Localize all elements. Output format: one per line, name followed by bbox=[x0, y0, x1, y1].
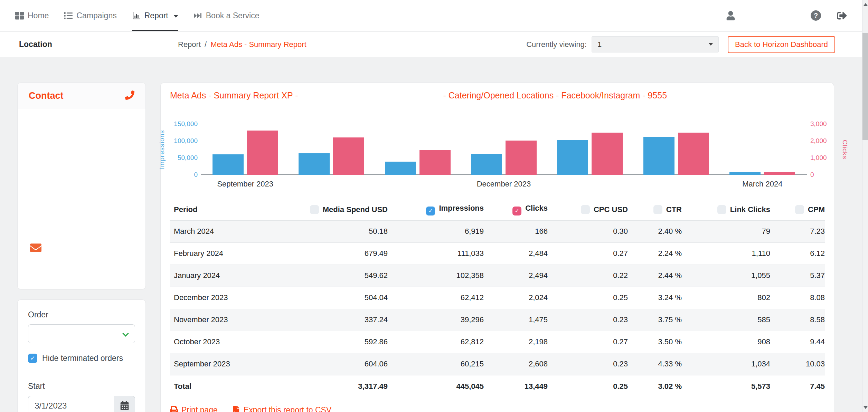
period-cell: January 2024 bbox=[170, 265, 308, 287]
value-cell: 50.18 bbox=[308, 220, 388, 242]
bar-impressions-november-2023[interactable] bbox=[385, 162, 416, 175]
column-toggle-checkbox-impressions[interactable] bbox=[426, 207, 435, 215]
period-cell: February 2024 bbox=[170, 242, 308, 265]
bar-clicks-january-2024[interactable] bbox=[592, 133, 623, 175]
bar-clicks-november-2023[interactable] bbox=[419, 150, 451, 175]
table-row: February 2024679.49111,0332,4840.272.24 … bbox=[170, 242, 825, 265]
column-label: Period bbox=[174, 205, 197, 214]
column-toggle-checkbox-link-clicks[interactable] bbox=[717, 205, 726, 214]
help-icon[interactable] bbox=[811, 10, 821, 21]
currently-viewing-select[interactable]: 1 bbox=[592, 36, 719, 52]
breadcrumb-parent[interactable]: Report bbox=[178, 40, 201, 49]
column-toggle-checkbox-clicks[interactable] bbox=[512, 207, 521, 215]
phone-icon[interactable] bbox=[125, 90, 134, 101]
value-cell: 10.03 bbox=[770, 353, 825, 375]
table-header-row: PeriodMedia Spend USDImpressionsClicksCP… bbox=[170, 199, 825, 220]
x-axis-line bbox=[201, 174, 807, 175]
navbar-actions bbox=[726, 0, 847, 31]
nav-item-report[interactable]: Report bbox=[132, 0, 178, 31]
value-cell: 3.24 % bbox=[628, 287, 682, 309]
section-title: Location bbox=[19, 40, 52, 49]
bar-impressions-february-2024[interactable] bbox=[643, 137, 674, 175]
envelope-icon[interactable] bbox=[30, 242, 41, 255]
value-cell: 2,024 bbox=[484, 287, 548, 309]
value-cell: 908 bbox=[682, 331, 770, 353]
value-cell: 9.44 bbox=[770, 331, 825, 353]
bar-impressions-october-2023[interactable] bbox=[299, 153, 330, 175]
period-cell: Total bbox=[170, 375, 308, 398]
value-cell: 5,573 bbox=[682, 375, 770, 398]
bar-impressions-january-2024[interactable] bbox=[557, 140, 588, 175]
period-cell: December 2023 bbox=[170, 287, 308, 309]
column-header-cpm: CPM bbox=[770, 199, 825, 220]
value-cell: 585 bbox=[682, 309, 770, 331]
currently-viewing-label: Currently viewing: bbox=[526, 40, 587, 49]
period-cell: November 2023 bbox=[170, 309, 308, 331]
value-cell: 0.27 bbox=[548, 242, 628, 265]
scroll-down-arrow-icon[interactable] bbox=[864, 406, 868, 409]
value-cell: 0.23 bbox=[548, 353, 628, 375]
hide-terminated-label: Hide terminated orders bbox=[42, 354, 123, 363]
scrollbar[interactable] bbox=[862, 0, 868, 412]
bar-clicks-march-2024[interactable] bbox=[764, 172, 795, 175]
export-csv-link[interactable]: Export this report to CSV bbox=[232, 405, 331, 412]
calendar-button[interactable] bbox=[114, 396, 135, 412]
back-to-dashboard-button[interactable]: Back to Horizon Dashboard bbox=[728, 36, 835, 53]
value-cell: 5.37 bbox=[770, 265, 825, 287]
bar-clicks-december-2023[interactable] bbox=[506, 141, 537, 175]
x-axis-label: March 2024 bbox=[710, 180, 814, 189]
column-toggle-checkbox-cpc-usd[interactable] bbox=[581, 205, 590, 214]
hide-terminated-checkbox[interactable] bbox=[28, 354, 37, 363]
user-icon[interactable] bbox=[726, 11, 735, 20]
column-header-clicks: Clicks bbox=[484, 199, 548, 220]
nav-label-home: Home bbox=[28, 11, 49, 20]
value-cell: 111,033 bbox=[388, 242, 484, 265]
value-cell: 592.86 bbox=[308, 331, 388, 353]
left-axis-title: Impressions bbox=[158, 124, 166, 175]
column-label: CPM bbox=[808, 205, 825, 214]
bar-impressions-december-2023[interactable] bbox=[471, 154, 502, 175]
list-icon bbox=[64, 11, 73, 20]
column-header-period: Period bbox=[170, 199, 308, 220]
scrollbar-thumb[interactable] bbox=[862, 33, 868, 140]
bar-impressions-march-2024[interactable] bbox=[729, 172, 761, 175]
report-footer-links: Print page Export this report to CSV bbox=[161, 398, 834, 412]
contact-card-body bbox=[18, 109, 145, 289]
value-cell: 3.75 % bbox=[628, 309, 682, 331]
report-card: Meta Ads - Summary Report XP - - Caterin… bbox=[161, 83, 834, 412]
bar-clicks-september-2023[interactable] bbox=[247, 131, 278, 175]
start-date-input[interactable] bbox=[28, 396, 114, 412]
value-cell: 6.12 bbox=[770, 242, 825, 265]
logout-icon[interactable] bbox=[837, 11, 847, 21]
column-toggle-checkbox-media-spend-usd[interactable] bbox=[310, 205, 319, 214]
table-total-row: Total3,317.49445,04513,4490.253.02 %5,57… bbox=[170, 375, 825, 398]
column-label: Link Clicks bbox=[730, 205, 770, 214]
print-page-label: Print page bbox=[181, 405, 218, 412]
impressions-clicks-chart: Impressions Clicks 050,000100,000150,000… bbox=[161, 108, 834, 194]
csv-file-icon bbox=[232, 406, 240, 412]
fast-forward-icon bbox=[194, 11, 202, 20]
nav-item-book-a-service[interactable]: Book a Service bbox=[194, 0, 260, 31]
column-toggle-checkbox-ctr[interactable] bbox=[653, 205, 662, 214]
column-toggle-checkbox-cpm[interactable] bbox=[795, 205, 804, 214]
breadcrumb-current: Meta Ads - Summary Report bbox=[210, 40, 306, 49]
gridline bbox=[202, 124, 805, 124]
contact-card-header: Contact bbox=[18, 83, 145, 109]
nav-item-home[interactable]: Home bbox=[15, 0, 49, 31]
order-select[interactable] bbox=[28, 324, 135, 343]
scroll-up-arrow-icon[interactable] bbox=[864, 3, 868, 6]
left-axis-tick: 100,000 bbox=[162, 137, 198, 145]
contact-title: Contact bbox=[29, 90, 64, 101]
bar-clicks-february-2024[interactable] bbox=[678, 133, 709, 175]
value-cell: 4.33 % bbox=[628, 353, 682, 375]
value-cell: 3,317.49 bbox=[308, 375, 388, 398]
value-cell: 8.58 bbox=[770, 309, 825, 331]
bar-clicks-october-2023[interactable] bbox=[333, 137, 364, 175]
bar-impressions-september-2023[interactable] bbox=[213, 154, 244, 175]
value-cell: 2,198 bbox=[484, 331, 548, 353]
print-page-link[interactable]: Print page bbox=[170, 405, 218, 412]
nav-item-campaigns[interactable]: Campaigns bbox=[64, 0, 116, 31]
value-cell: 0.22 bbox=[548, 265, 628, 287]
left-axis-tick: 150,000 bbox=[162, 120, 198, 128]
table-row: September 2023604.0660,2152,6080.234.33 … bbox=[170, 353, 825, 375]
